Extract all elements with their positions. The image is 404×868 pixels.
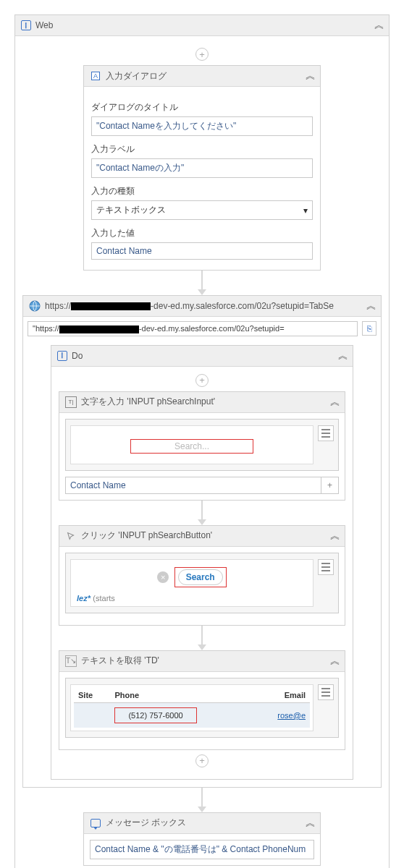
- click-icon: [65, 530, 77, 542]
- browser-header-title: https://-dev-ed.my.salesforce.com/02u?se…: [45, 301, 362, 311]
- get-text-panel: T↘ テキストを取得 'TD' Site: [59, 650, 345, 750]
- collapse-icon[interactable]: [330, 396, 339, 409]
- phone-value: (512) 757-6000: [128, 711, 182, 720]
- target-highlight: Search: [174, 567, 227, 587]
- input-type-value: テキストボックス: [96, 204, 166, 216]
- wildcard-text: lez*: [77, 594, 91, 603]
- get-text-body: Site Phone Email: [59, 672, 345, 749]
- do-header[interactable]: ⁞ Do: [51, 346, 353, 367]
- add-activity-button[interactable]: +: [195, 754, 209, 767]
- url-suffix: -dev-ed.my.salesforce.com/02u?setupid=Ta…: [151, 301, 334, 311]
- collapse-icon[interactable]: [306, 69, 314, 82]
- type-icon: T|: [65, 396, 77, 408]
- options-menu-button[interactable]: [318, 559, 334, 575]
- url-field-suffix: -dev-ed.my.salesforce.com/02u?setupid=: [139, 324, 285, 333]
- target-highlight: Search...: [130, 439, 253, 454]
- connector-line: [201, 271, 203, 289]
- dialog-icon: [90, 70, 101, 82]
- add-activity-button[interactable]: +: [195, 48, 209, 61]
- search-button-mock: Search: [178, 569, 223, 585]
- do-panel: ⁞ Do + T| 文字を入力 'INPUT phSearchInput': [51, 345, 353, 780]
- url-prefix: https://: [45, 301, 71, 311]
- input-dialog-title: 入力ダイアログ: [106, 70, 301, 82]
- globe-icon: [29, 300, 41, 312]
- web-panel-header[interactable]: ⁞ Web: [15, 15, 389, 36]
- web-panel-body: + 入力ダイアログ ダイアログのタイトル "Contact Nameを入力してく…: [15, 36, 389, 868]
- search-placeholder: Search...: [174, 441, 209, 451]
- entered-value-input[interactable]: Contact Name: [91, 242, 313, 260]
- col-email: Email: [253, 688, 310, 703]
- message-box-input[interactable]: Contact Name & "の電話番号は" & Contact PhoneN…: [90, 840, 314, 859]
- sequence-icon: ⁞: [57, 351, 67, 361]
- browser-panel: https://-dev-ed.my.salesforce.com/02u?se…: [22, 295, 382, 788]
- connector-arrow-icon: [198, 807, 206, 812]
- click-body: × Search lez* (starts: [59, 547, 345, 625]
- url-expression-button[interactable]: ⎘: [362, 321, 376, 336]
- add-activity-button[interactable]: +: [195, 374, 209, 387]
- browser-url-row: "https://-dev-ed.my.salesforce.com/02u?s…: [23, 317, 381, 341]
- target-screenshot[interactable]: × Search lez* (starts: [65, 553, 339, 613]
- message-box-header[interactable]: メッセージ ボックス: [84, 813, 320, 834]
- target-screenshot[interactable]: Search...: [65, 419, 339, 471]
- options-menu-button[interactable]: [318, 684, 334, 700]
- redacted-block: [59, 326, 139, 333]
- message-box-panel: メッセージ ボックス Contact Name & "の電話番号は" & Con…: [83, 812, 321, 866]
- collapse-icon[interactable]: [306, 817, 314, 830]
- browser-url-input[interactable]: "https://-dev-ed.my.salesforce.com/02u?s…: [28, 321, 358, 336]
- type-into-header[interactable]: T| 文字を入力 'INPUT phSearchInput': [59, 392, 345, 413]
- type-into-body: Search... Contact Name +: [59, 413, 345, 500]
- collapse-icon[interactable]: [338, 349, 347, 362]
- dialog-title-input[interactable]: "Contact Nameを入力してください": [91, 116, 313, 136]
- input-dialog-body: ダイアログのタイトル "Contact Nameを入力してください" 入力ラベル…: [84, 87, 320, 270]
- result-table: Site Phone Email: [74, 688, 310, 728]
- dropdown-icon: ▾: [303, 205, 308, 216]
- collapse-icon[interactable]: [374, 19, 383, 32]
- get-text-icon: T↘: [65, 655, 77, 667]
- connector-line: [201, 501, 203, 519]
- input-dialog-panel: 入力ダイアログ ダイアログのタイトル "Contact Nameを入力してくださ…: [83, 65, 321, 271]
- entered-value-label: 入力した値: [91, 227, 313, 239]
- get-text-header[interactable]: T↘ テキストを取得 'TD': [59, 651, 345, 672]
- do-body: + T| 文字を入力 'INPUT phSearchInput': [51, 367, 353, 779]
- add-expression-button[interactable]: +: [321, 477, 339, 494]
- type-text-input[interactable]: Contact Name: [65, 477, 321, 494]
- dialog-title-label: ダイアログのタイトル: [91, 101, 313, 114]
- email-link: rose@e: [277, 711, 306, 720]
- message-box-icon: [90, 817, 101, 829]
- type-into-panel: T| 文字を入力 'INPUT phSearchInput' S: [59, 391, 345, 501]
- collapse-icon[interactable]: [330, 529, 339, 542]
- type-into-title: 文字を入力 'INPUT phSearchInput': [81, 396, 326, 408]
- web-panel-title: Web: [35, 20, 370, 30]
- click-panel: クリック 'INPUT phSearchButton' ×: [59, 525, 345, 626]
- input-label-label: 入力ラベル: [91, 143, 313, 156]
- connector-arrow-icon: [198, 289, 206, 295]
- table-row: (512) 757-6000 rose@e: [74, 702, 310, 728]
- input-label-input[interactable]: "Contact Nameの入力": [91, 158, 313, 178]
- connector-arrow-icon: [198, 644, 206, 650]
- input-dialog-header[interactable]: 入力ダイアログ: [84, 66, 320, 87]
- click-title: クリック 'INPUT phSearchButton': [81, 529, 326, 542]
- web-panel: ⁞ Web + 入力ダイアログ ダイアログのタイトル "Contact Name…: [14, 14, 390, 868]
- message-box-body: Contact Name & "の電話番号は" & Contact PhoneN…: [84, 834, 320, 865]
- collapse-icon[interactable]: [366, 299, 375, 312]
- clear-icon: ×: [157, 571, 169, 583]
- connector-arrow-icon: [198, 519, 206, 525]
- col-site: Site: [74, 688, 110, 703]
- sequence-icon: ⁞: [21, 20, 31, 30]
- do-title: Do: [72, 351, 334, 361]
- starts-text: (starts: [93, 594, 115, 603]
- get-text-title: テキストを取得 'TD': [81, 655, 326, 667]
- target-highlight: (512) 757-6000: [114, 707, 196, 723]
- input-type-select[interactable]: テキストボックス ▾: [91, 200, 313, 220]
- options-menu-button[interactable]: [318, 425, 334, 441]
- input-type-label: 入力の種類: [91, 185, 313, 197]
- connector-line: [201, 626, 203, 644]
- click-header[interactable]: クリック 'INPUT phSearchButton': [59, 526, 345, 547]
- connector-line: [201, 788, 203, 807]
- collapse-icon[interactable]: [330, 655, 339, 668]
- redacted-block: [71, 302, 151, 310]
- message-box-title: メッセージ ボックス: [106, 817, 301, 829]
- browser-header[interactable]: https://-dev-ed.my.salesforce.com/02u?se…: [23, 296, 381, 317]
- col-phone: Phone: [110, 688, 252, 703]
- target-screenshot[interactable]: Site Phone Email: [65, 678, 339, 738]
